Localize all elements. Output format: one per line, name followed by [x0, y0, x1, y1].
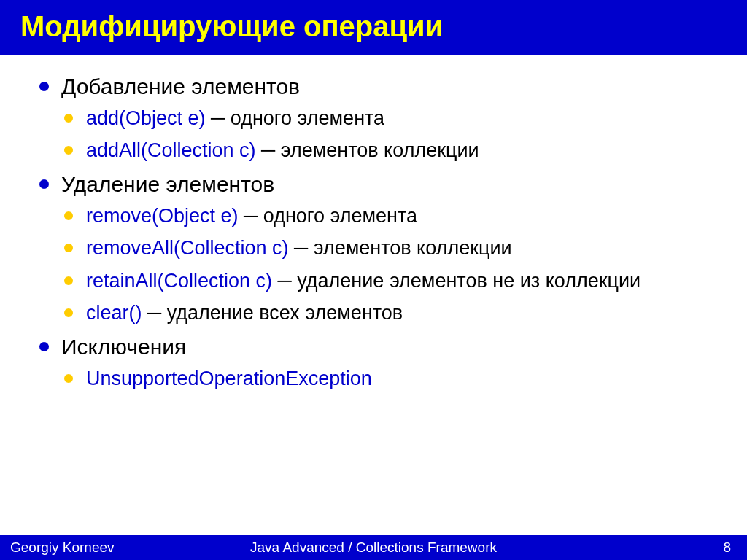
list-item: add(Object e) ─ одного элемента: [61, 105, 711, 131]
code-text: add(Object e): [86, 107, 206, 129]
list-item: UnsupportedOperationException: [61, 365, 711, 392]
desc-text: ─ одного элемента: [239, 205, 418, 227]
footer-bar: Georgiy Korneev Java Advanced / Collecti…: [0, 535, 747, 560]
bullet-list-level2: UnsupportedOperationException: [61, 365, 711, 392]
slide-title: Модифицирующие операции: [20, 10, 727, 43]
desc-text: ─ одного элемента: [206, 107, 385, 129]
code-text: remove(Object e): [86, 205, 239, 227]
bullet-list-level2: remove(Object e) ─ одного элемента remov…: [61, 203, 711, 327]
section-remove: Удаление элементов remove(Object e) ─ од…: [36, 170, 711, 327]
bullet-list-level1: Добавление элементов add(Object e) ─ одн…: [36, 72, 711, 392]
code-text: retainAll(Collection c): [86, 270, 272, 292]
desc-text: ─ элементов коллекции: [289, 237, 512, 259]
footer-page-number: 8: [723, 540, 731, 556]
list-item: clear() ─ удаление всех элементов: [61, 300, 711, 326]
desc-text: ─ удаление элементов не из коллекции: [272, 270, 640, 292]
section-heading: Исключения: [61, 335, 186, 359]
list-item: removeAll(Collection c) ─ элементов колл…: [61, 235, 711, 261]
section-add: Добавление элементов add(Object e) ─ одн…: [36, 72, 711, 164]
section-heading: Удаление элементов: [61, 172, 274, 196]
list-item: addAll(Collection c) ─ элементов коллекц…: [61, 137, 711, 163]
section-exceptions: Исключения UnsupportedOperationException: [36, 332, 711, 392]
footer-course: Java Advanced / Collections Framework: [0, 540, 747, 556]
list-item: retainAll(Collection c) ─ удаление элеме…: [61, 268, 711, 294]
desc-text: ─ удаление всех элементов: [142, 302, 403, 324]
desc-text: ─ элементов коллекции: [256, 139, 479, 161]
code-text: removeAll(Collection c): [86, 237, 289, 259]
code-text: UnsupportedOperationException: [86, 368, 372, 389]
list-item: remove(Object e) ─ одного элемента: [61, 203, 711, 229]
section-heading: Добавление элементов: [61, 74, 300, 98]
slide-content: Добавление элементов add(Object e) ─ одн…: [0, 55, 747, 392]
code-text: clear(): [86, 302, 142, 324]
code-text: addAll(Collection c): [86, 139, 256, 161]
title-bar: Модифицирующие операции: [0, 0, 747, 55]
slide: Модифицирующие операции Добавление элеме…: [0, 0, 747, 560]
bullet-list-level2: add(Object e) ─ одного элемента addAll(C…: [61, 105, 711, 164]
